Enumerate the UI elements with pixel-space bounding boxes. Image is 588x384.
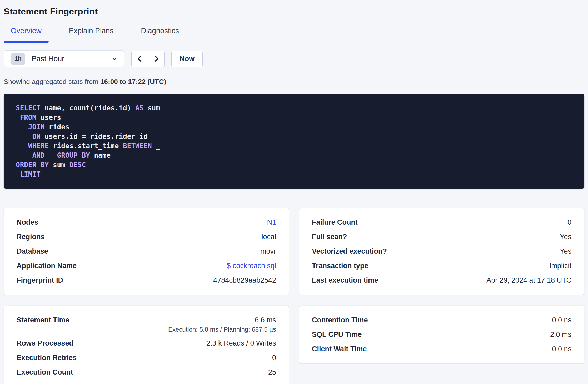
sql-text [16,151,32,159]
sql-keyword: AND [32,151,45,159]
sql-keyword: DESC [69,161,86,169]
sql-text: rides.start_time [49,142,123,150]
last-execution-time-value: Apr 29, 2024 at 17:18 UTC [486,276,571,284]
fingerprint-id-value: 4784cb829aab2542 [213,276,276,284]
sql-line: ON users.id = rides.rider_id [16,132,572,141]
aggregated-stats-note: Showing aggregated stats from 16:00 to 1… [4,78,584,86]
sql-text [16,142,28,150]
wait-time-stats-card: Contention Time 0.0 ns SQL CPU Time 2.0 … [299,306,584,364]
execution-count-value: 25 [268,368,276,376]
previous-time-range-button[interactable] [132,51,148,67]
contention-time-label: Contention Time [312,316,368,324]
table-row: Transaction type Implicit [312,259,571,273]
sql-keyword: WHERE [28,142,49,150]
sql-text: name, count(rides.id) [41,104,135,112]
sql-text [16,170,20,178]
statement-time-value: 6.6 ms [255,316,276,324]
sql-text: _ [41,170,49,178]
time-range-dropdown[interactable]: 1h Past Hour [4,50,124,67]
rows-processed-value: 2.3 k Reads / 0 Writes [206,339,276,347]
sql-text [16,114,20,121]
table-row: SQL CPU Time 2.0 ms [312,327,571,342]
table-row: Full scan? Yes [312,230,571,244]
table-row: Database movr [17,244,276,259]
tab-explain-plans[interactable]: Explain Plans [62,27,121,42]
nodes-label: Nodes [17,218,38,227]
table-row: Fingerprint ID 4784cb829aab2542 [17,273,276,288]
last-execution-time-label: Last execution time [312,276,378,284]
sql-cpu-time-value: 2.0 ms [550,331,571,339]
sql-text: users.id = rides.rider_id [41,132,148,140]
sql-line: ORDER BY sum DESC [16,160,572,170]
sql-text: sum [49,161,69,169]
table-row: Statement Time 6.6 ms Execution: 5.8 ms … [17,313,276,336]
failure-count-value: 0 [567,218,571,227]
statement-fingerprint-page: Statement Fingerprint Overview Explain P… [0,0,588,384]
table-row: Rows Processed 2.3 k Reads / 0 Writes [17,336,276,351]
table-row: Execution Retries 0 [17,351,276,365]
sql-keyword: BETWEEN [123,142,152,150]
table-row: Contention Time 0.0 ns [312,313,571,327]
table-row: Regions local [17,230,276,244]
aggregated-stats-prefix: Showing aggregated stats from [4,78,100,86]
full-scan-label: Full scan? [312,233,347,241]
sql-keyword: FROM [20,114,37,121]
table-row: Failure Count 0 [312,215,571,230]
tab-overview[interactable]: Overview [4,27,49,42]
fingerprint-id-label: Fingerprint ID [17,276,63,284]
sql-text [16,132,32,140]
sql-line: WHERE rides.start_time BETWEEN _ [16,141,572,151]
statement-details-card: Nodes N1 Regions local Database movr App… [4,208,289,295]
application-name-label: Application Name [17,262,77,270]
sql-keyword: SELECT [16,104,41,112]
sql-keyword: GROUP BY [57,151,90,159]
sql-text: _ [152,142,160,150]
sql-text: sum [143,104,160,112]
execution-retries-label: Execution Retries [17,354,77,362]
client-wait-time-value: 0.0 ns [552,345,571,353]
summary-cards-row-2: Statement Time 6.6 ms Execution: 5.8 ms … [4,306,584,384]
table-row: Client Wait Time 0.0 ns [312,342,571,356]
table-row: Last execution time Apr 29, 2024 at 17:1… [312,273,571,288]
chevron-left-icon [136,55,144,63]
contention-time-value: 0.0 ns [552,316,571,324]
statement-time-values: 6.6 ms Execution: 5.8 ms / Planning: 687… [168,316,276,333]
sql-line: AND _ GROUP BY name [16,151,572,160]
transaction-type-value: Implicit [549,262,571,270]
transaction-type-label: Transaction type [312,262,368,270]
sql-line: FROM users [16,113,572,122]
aggregated-stats-range: 16:00 to 17:22 (UTC) [100,78,166,86]
now-button[interactable]: Now [171,51,203,67]
time-controls: 1h Past Hour Now [4,50,584,67]
sql-text: _ [45,151,57,159]
next-time-range-button[interactable] [148,51,164,67]
sql-text: rides [45,123,69,131]
database-label: Database [17,247,48,255]
summary-cards-row-1: Nodes N1 Regions local Database movr App… [4,208,584,295]
execution-retries-value: 0 [272,354,276,362]
execution-stats-card: Statement Time 6.6 ms Execution: 5.8 ms … [4,306,289,384]
sql-text [16,123,28,131]
client-wait-time-label: Client Wait Time [312,345,367,353]
sql-text: users [36,114,61,121]
sql-keyword: AS [135,104,143,112]
sql-keyword: LIMIT [20,170,41,178]
tab-bar: Overview Explain Plans Diagnostics [4,27,584,42]
sql-statement-box: SELECT name, count(rides.id) AS sum FROM… [4,94,584,189]
table-row: Execution Count 25 [17,365,276,380]
chevron-right-icon [152,55,160,63]
database-value: movr [260,247,276,255]
table-row: Application Name $ cockroach sql [17,259,276,273]
time-range-badge: 1h [11,53,25,65]
execution-count-label: Execution Count [17,368,73,376]
rows-processed-label: Rows Processed [17,339,73,347]
sql-line: SELECT name, count(rides.id) AS sum [16,103,572,113]
tab-diagnostics[interactable]: Diagnostics [134,27,186,42]
nodes-value-link[interactable]: N1 [267,218,276,227]
table-row: Vectorized execution? Yes [312,244,571,259]
full-scan-value: Yes [560,233,571,241]
chevron-down-icon [111,55,118,62]
sql-text: name [90,151,111,159]
statement-time-breakdown: Execution: 5.8 ms / Planning: 687.5 µs [168,326,276,333]
application-name-value-link[interactable]: $ cockroach sql [227,262,276,270]
